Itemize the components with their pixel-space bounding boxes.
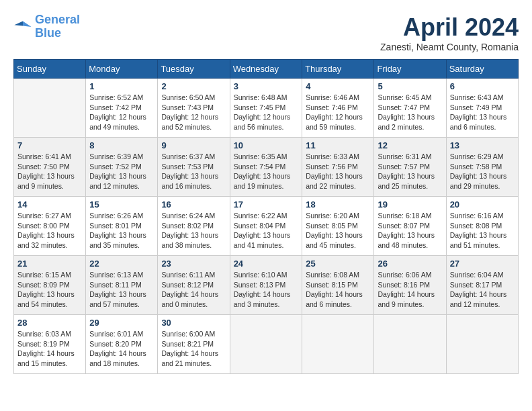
svg-marker-0 [23, 21, 32, 26]
calendar-week-row: 7Sunrise: 6:41 AMSunset: 7:50 PMDaylight… [14, 138, 519, 197]
day-number: 21 [17, 259, 82, 269]
day-info: Sunrise: 6:24 AMSunset: 8:02 PMDaylight:… [161, 211, 226, 250]
calendar-cell: 17Sunrise: 6:22 AMSunset: 8:04 PMDayligh… [230, 197, 302, 256]
day-number: 2 [161, 81, 226, 91]
calendar-cell: 20Sunrise: 6:16 AMSunset: 8:08 PMDayligh… [446, 197, 518, 256]
calendar-cell: 14Sunrise: 6:27 AMSunset: 8:00 PMDayligh… [14, 197, 86, 256]
day-number: 1 [89, 81, 154, 91]
calendar-cell [230, 315, 302, 374]
calendar-week-row: 21Sunrise: 6:15 AMSunset: 8:09 PMDayligh… [14, 256, 519, 315]
day-info: Sunrise: 6:46 AMSunset: 7:46 PMDaylight:… [306, 93, 370, 132]
logo-text: General Blue [35, 13, 80, 40]
page-header: General Blue April 2024 Zanesti, Neamt C… [13, 13, 519, 52]
calendar-cell: 10Sunrise: 6:35 AMSunset: 7:54 PMDayligh… [230, 138, 302, 197]
day-info: Sunrise: 6:37 AMSunset: 7:53 PMDaylight:… [161, 152, 226, 191]
day-info: Sunrise: 6:39 AMSunset: 7:52 PMDaylight:… [89, 152, 154, 191]
logo: General Blue [13, 13, 80, 40]
day-number: 6 [450, 81, 515, 91]
calendar-cell: 4Sunrise: 6:46 AMSunset: 7:46 PMDaylight… [302, 79, 374, 138]
calendar-cell [14, 79, 86, 138]
header-saturday: Saturday [446, 60, 518, 79]
calendar-cell: 11Sunrise: 6:33 AMSunset: 7:56 PMDayligh… [302, 138, 374, 197]
header-friday: Friday [374, 60, 446, 79]
calendar-cell: 26Sunrise: 6:06 AMSunset: 8:16 PMDayligh… [374, 256, 446, 315]
calendar-cell: 6Sunrise: 6:43 AMSunset: 7:49 PMDaylight… [446, 79, 518, 138]
day-number: 7 [17, 140, 82, 150]
calendar-cell: 1Sunrise: 6:52 AMSunset: 7:42 PMDaylight… [86, 79, 158, 138]
calendar-week-row: 14Sunrise: 6:27 AMSunset: 8:00 PMDayligh… [14, 197, 519, 256]
day-info: Sunrise: 6:20 AMSunset: 8:05 PMDaylight:… [306, 211, 370, 250]
day-info: Sunrise: 6:29 AMSunset: 7:58 PMDaylight:… [450, 152, 515, 191]
calendar-cell: 7Sunrise: 6:41 AMSunset: 7:50 PMDaylight… [14, 138, 86, 197]
day-number: 10 [234, 140, 299, 150]
day-number: 28 [17, 318, 82, 328]
calendar-cell: 15Sunrise: 6:26 AMSunset: 8:01 PMDayligh… [86, 197, 158, 256]
day-number: 4 [306, 81, 370, 91]
calendar-cell: 3Sunrise: 6:48 AMSunset: 7:45 PMDaylight… [230, 79, 302, 138]
calendar-cell: 27Sunrise: 6:04 AMSunset: 8:17 PMDayligh… [446, 256, 518, 315]
day-info: Sunrise: 6:50 AMSunset: 7:43 PMDaylight:… [161, 93, 226, 132]
day-info: Sunrise: 6:35 AMSunset: 7:54 PMDaylight:… [234, 152, 299, 191]
calendar-week-row: 28Sunrise: 6:03 AMSunset: 8:19 PMDayligh… [14, 315, 519, 374]
calendar-cell: 9Sunrise: 6:37 AMSunset: 7:53 PMDaylight… [158, 138, 230, 197]
svg-marker-1 [14, 21, 23, 26]
day-info: Sunrise: 6:33 AMSunset: 7:56 PMDaylight:… [306, 152, 370, 191]
day-info: Sunrise: 6:31 AMSunset: 7:57 PMDaylight:… [378, 152, 442, 191]
calendar-cell: 8Sunrise: 6:39 AMSunset: 7:52 PMDaylight… [86, 138, 158, 197]
day-number: 3 [234, 81, 299, 91]
day-number: 22 [89, 259, 154, 269]
day-info: Sunrise: 6:22 AMSunset: 8:04 PMDaylight:… [234, 211, 299, 250]
day-info: Sunrise: 6:00 AMSunset: 8:21 PMDaylight:… [161, 329, 226, 369]
calendar-cell: 24Sunrise: 6:10 AMSunset: 8:13 PMDayligh… [230, 256, 302, 315]
calendar-table: SundayMondayTuesdayWednesdayThursdayFrid… [13, 59, 519, 374]
day-number: 23 [161, 259, 226, 269]
day-info: Sunrise: 6:13 AMSunset: 8:11 PMDaylight:… [89, 270, 154, 310]
header-wednesday: Wednesday [230, 60, 302, 79]
day-number: 30 [161, 318, 226, 328]
calendar-cell: 22Sunrise: 6:13 AMSunset: 8:11 PMDayligh… [86, 256, 158, 315]
calendar-cell [446, 315, 518, 374]
month-title: April 2024 [380, 13, 519, 42]
day-info: Sunrise: 6:06 AMSunset: 8:16 PMDaylight:… [378, 270, 442, 310]
day-number: 16 [161, 199, 226, 210]
calendar-cell: 16Sunrise: 6:24 AMSunset: 8:02 PMDayligh… [158, 197, 230, 256]
day-number: 8 [89, 140, 154, 150]
calendar-cell: 18Sunrise: 6:20 AMSunset: 8:05 PMDayligh… [302, 197, 374, 256]
calendar-cell: 25Sunrise: 6:08 AMSunset: 8:15 PMDayligh… [302, 256, 374, 315]
day-number: 24 [234, 259, 299, 269]
calendar-cell [302, 315, 374, 374]
header-thursday: Thursday [302, 60, 374, 79]
calendar-cell: 5Sunrise: 6:45 AMSunset: 7:47 PMDaylight… [374, 79, 446, 138]
day-info: Sunrise: 6:16 AMSunset: 8:08 PMDaylight:… [450, 211, 515, 250]
calendar-cell: 13Sunrise: 6:29 AMSunset: 7:58 PMDayligh… [446, 138, 518, 197]
day-info: Sunrise: 6:43 AMSunset: 7:49 PMDaylight:… [450, 93, 515, 132]
calendar-cell: 19Sunrise: 6:18 AMSunset: 8:07 PMDayligh… [374, 197, 446, 256]
calendar-cell: 29Sunrise: 6:01 AMSunset: 8:20 PMDayligh… [86, 315, 158, 374]
day-number: 27 [450, 259, 515, 269]
calendar-cell: 21Sunrise: 6:15 AMSunset: 8:09 PMDayligh… [14, 256, 86, 315]
day-number: 14 [17, 199, 82, 210]
day-info: Sunrise: 6:04 AMSunset: 8:17 PMDaylight:… [450, 270, 515, 310]
day-info: Sunrise: 6:41 AMSunset: 7:50 PMDaylight:… [17, 152, 82, 191]
day-info: Sunrise: 6:11 AMSunset: 8:12 PMDaylight:… [161, 270, 226, 310]
day-number: 26 [378, 259, 442, 269]
day-number: 20 [450, 199, 515, 210]
day-number: 15 [89, 199, 154, 210]
day-info: Sunrise: 6:26 AMSunset: 8:01 PMDaylight:… [89, 211, 154, 250]
day-number: 13 [450, 140, 515, 150]
day-number: 9 [161, 140, 226, 150]
header-monday: Monday [86, 60, 158, 79]
header-tuesday: Tuesday [158, 60, 230, 79]
calendar-cell: 12Sunrise: 6:31 AMSunset: 7:57 PMDayligh… [374, 138, 446, 197]
header-sunday: Sunday [14, 60, 86, 79]
day-info: Sunrise: 6:10 AMSunset: 8:13 PMDaylight:… [234, 270, 299, 310]
day-info: Sunrise: 6:52 AMSunset: 7:42 PMDaylight:… [89, 93, 154, 132]
day-number: 17 [234, 199, 299, 210]
logo-icon [13, 17, 32, 36]
day-info: Sunrise: 6:15 AMSunset: 8:09 PMDaylight:… [17, 270, 82, 310]
calendar-cell: 28Sunrise: 6:03 AMSunset: 8:19 PMDayligh… [14, 315, 86, 374]
day-number: 25 [306, 259, 370, 269]
day-info: Sunrise: 6:03 AMSunset: 8:19 PMDaylight:… [17, 329, 82, 369]
calendar-cell [374, 315, 446, 374]
day-number: 11 [306, 140, 370, 150]
